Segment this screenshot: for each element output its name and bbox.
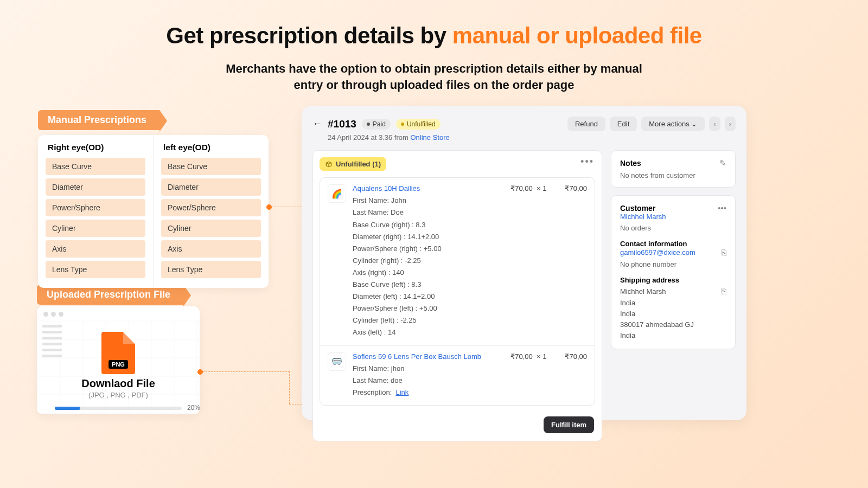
connector-dot (266, 204, 272, 210)
field-axis-r[interactable]: Axis (46, 240, 145, 258)
unfulfilled-pill: Unfulfilled (1) (320, 157, 386, 171)
more-actions-button[interactable]: More actions ⌄ (641, 117, 705, 131)
refund-button[interactable]: Refund (567, 117, 605, 131)
notes-body: No notes from customer (620, 171, 726, 179)
product-link[interactable]: Aqualens 10H Dailies (353, 184, 504, 192)
shipping-heading: Shipping address (620, 276, 726, 284)
field-power-r[interactable]: Power/Sphere (46, 199, 145, 216)
pencil-icon[interactable]: ✎ (719, 158, 726, 168)
product-thumb: 🌈 (328, 184, 346, 203)
chevron-down-icon: ⌄ (691, 120, 697, 128)
customer-orders: No orders (620, 224, 726, 232)
product-thumb: 🥽 (328, 352, 346, 371)
customer-heading: Customer (620, 204, 655, 213)
download-file-title[interactable]: Downlaod File (37, 377, 200, 390)
clipboard-icon[interactable]: ⎘ (722, 248, 726, 257)
order-panel: ← #1013 Paid Unfulfilled Refund Edit Mor… (302, 106, 746, 420)
file-tag: PNG (108, 360, 128, 369)
progress-label: 20% (187, 404, 200, 412)
prev-order-button[interactable]: ‹ (709, 117, 720, 131)
line-item: 🥽 Soflens 59 6 Lens Per Box Bausch Lomb … (320, 345, 595, 405)
field-lenstype-r[interactable]: Lens Type (46, 261, 145, 278)
edit-button[interactable]: Edit (610, 117, 637, 131)
connector-line (203, 371, 290, 372)
title-lead: Get prescription details by (166, 23, 452, 48)
field-cylinder-l[interactable]: Cyliner (161, 220, 261, 237)
product-link[interactable]: Soflens 59 6 Lens Per Box Bausch Lomb (353, 352, 504, 361)
contact-heading: Contact information (620, 240, 726, 248)
field-power-l[interactable]: Power/Sphere (161, 199, 261, 216)
customer-phone: No phone number (620, 260, 726, 268)
more-icon[interactable]: ••• (718, 203, 726, 213)
fulfillment-card: ••• Unfulfilled (1) 🌈 Aqualens 10H Daili… (312, 150, 602, 441)
item-meta: First Name: jhon Last Name: doe Prescrip… (353, 363, 504, 399)
progress-bar: 20% (55, 407, 182, 410)
customer-link[interactable]: Michhel Marsh (620, 213, 726, 221)
manual-prescription-card: Right eye(OD) Base Curve Diameter Power/… (38, 135, 269, 288)
order-id: #1013 (328, 118, 356, 130)
online-store-link[interactable]: Online Store (410, 133, 449, 142)
customer-email[interactable]: gamilo6597@dxice.com (620, 248, 695, 256)
formats-text: (JPG , PNG , PDF) (37, 391, 200, 399)
field-diameter-r[interactable]: Diameter (46, 178, 145, 196)
order-date: 24 April 2024 at 3.36 from Online Store (328, 133, 736, 142)
field-base-curve-l[interactable]: Base Curve (161, 158, 261, 175)
customer-card: Customer ••• Michhel Marsh No orders Con… (611, 195, 736, 349)
connector-line (289, 371, 290, 404)
back-arrow-icon[interactable]: ← (312, 118, 322, 130)
right-eye-heading: Right eye(OD) (46, 143, 145, 152)
window-dots (37, 312, 200, 320)
next-order-button[interactable]: › (725, 117, 736, 131)
item-meta: First Name: John Last Name: Doe Base Cur… (353, 195, 504, 338)
field-axis-l[interactable]: Axis (161, 240, 261, 258)
upload-card: PNG Downlaod File (JPG , PNG , PDF) 20% (37, 306, 200, 414)
file-icon: PNG (101, 332, 135, 374)
title-accent: manual or uploaded file (452, 23, 702, 48)
price: ₹70,00 × 1₹70,00 (510, 184, 587, 338)
flag-manual: Manual Prescriptions (38, 110, 159, 130)
shipping-address: Michhel Marsh India India 380017 ahmedab… (620, 286, 694, 341)
clipboard-icon[interactable]: ⎘ (722, 286, 726, 341)
box-icon (325, 160, 333, 168)
connector-dot (197, 369, 203, 375)
page-title: Get prescription details by manual or up… (0, 23, 868, 49)
field-diameter-l[interactable]: Diameter (161, 178, 261, 196)
left-eye-heading: left eye(OD) (161, 143, 261, 152)
fulfill-item-button[interactable]: Fulfill item (544, 416, 594, 433)
price: ₹70,00 × 1₹70,00 (510, 352, 587, 399)
unfulfilled-badge: Unfulfilled (396, 119, 441, 130)
notes-heading: Notes (620, 159, 641, 168)
page-subtitle: Merchants have the option to obtain pres… (0, 61, 868, 93)
field-lenstype-l[interactable]: Lens Type (161, 261, 261, 278)
more-icon[interactable]: ••• (580, 156, 594, 168)
paid-badge: Paid (362, 119, 391, 130)
prescription-link[interactable]: Link (395, 388, 409, 396)
field-base-curve-r[interactable]: Base Curve (46, 158, 145, 175)
field-cylinder-r[interactable]: Cyliner (46, 220, 145, 237)
line-item: 🌈 Aqualens 10H Dailies First Name: John … (320, 178, 595, 345)
notes-card: Notes ✎ No notes from customer (611, 150, 736, 188)
